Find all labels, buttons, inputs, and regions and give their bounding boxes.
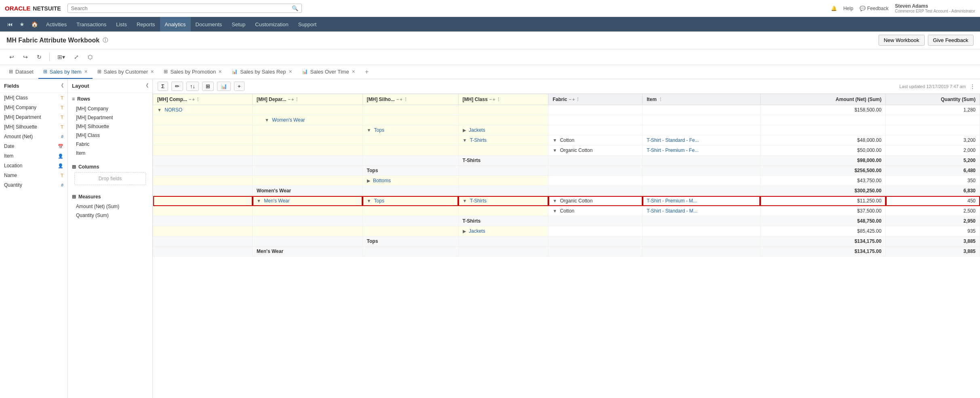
info-icon[interactable]: ⓘ (103, 37, 108, 44)
tab-sales-by-customer[interactable]: ⊞ Sales by Customer ✕ (93, 65, 159, 79)
sales-by-item-close-icon[interactable]: ✕ (84, 69, 88, 74)
expand-icon[interactable]: ▶ (463, 128, 466, 133)
notifications-icon[interactable]: 🔔 (831, 6, 837, 11)
layout-mh-silhouette[interactable]: [MH] Silhouette (72, 122, 148, 131)
col-mh-department-minus[interactable]: − (288, 97, 290, 102)
user-info[interactable]: Steven Adams Commerce ERP Test Account -… (895, 3, 975, 13)
dept-link[interactable]: Women's Wear (272, 117, 305, 123)
col-mh-company-plus[interactable]: + (192, 97, 194, 102)
col-mh-department-plus[interactable]: + (291, 97, 294, 102)
new-workbook-button[interactable]: New Workbook (879, 35, 925, 46)
layout-fabric[interactable]: Fabric (72, 140, 148, 149)
drop-fields-area[interactable]: Drop fields (74, 172, 146, 185)
search-bar[interactable]: 🔍 (67, 4, 302, 13)
measure-quantity[interactable]: Quantity (Sum) (72, 211, 148, 220)
layout-mh-company[interactable]: [MH] Company (72, 104, 148, 113)
chart-button[interactable]: 📊 (217, 82, 231, 91)
field-mh-class[interactable]: [MH] Class T (0, 93, 67, 103)
item-link[interactable]: T-Shirt - Standard - Fe... (647, 137, 699, 143)
col-mh-class-plus[interactable]: + (493, 97, 495, 102)
redo-button[interactable]: ↪ (20, 52, 31, 62)
col-mh-class-more[interactable]: ⋮ (496, 97, 501, 102)
layout-item[interactable]: Item (72, 149, 148, 158)
expand-icon[interactable]: ▼ (157, 107, 162, 112)
grid-view-button[interactable]: ⊞▾ (55, 52, 68, 62)
expand-icon[interactable]: ▶ (463, 229, 466, 234)
help-link[interactable]: Help (843, 6, 854, 11)
company-link[interactable]: NORSO (164, 107, 182, 113)
expand-icon[interactable]: ▼ (552, 138, 557, 143)
expand-icon[interactable]: ▶ (367, 178, 370, 183)
layout-mh-department[interactable]: [MH] Department (72, 113, 148, 122)
give-feedback-button[interactable]: Give Feedback (928, 35, 974, 46)
home-icon[interactable]: ⏮ (4, 21, 16, 27)
col-mh-silhouette-minus[interactable]: − (396, 97, 399, 102)
field-item[interactable]: Item 👤 (0, 151, 67, 161)
add-measure-button[interactable]: + (234, 82, 244, 91)
layout-mh-class[interactable]: [MH] Class (72, 131, 148, 140)
expand-icon[interactable]: ▼ (463, 138, 467, 143)
expand-icon[interactable]: ▼ (257, 118, 269, 122)
col-mh-silhouette-plus[interactable]: + (400, 97, 402, 102)
col-fabric-plus[interactable]: + (572, 97, 575, 102)
col-mh-company-minus[interactable]: − (189, 97, 191, 102)
item-link[interactable]: T-Shirt - Standard - M... (647, 208, 697, 214)
sales-by-customer-close-icon[interactable]: ✕ (150, 69, 154, 74)
more-options-button[interactable]: ⋮ (970, 83, 975, 89)
expand-icon[interactable]: ▼ (367, 128, 371, 133)
field-mh-department[interactable]: [MH] Department T (0, 112, 67, 122)
col-mh-company-more[interactable]: ⋮ (196, 97, 200, 102)
nav-activities[interactable]: Activities (41, 17, 72, 32)
nav-reports[interactable]: Reports (132, 17, 160, 32)
field-name[interactable]: Name T (0, 171, 67, 180)
sales-over-time-close-icon[interactable]: ✕ (352, 69, 355, 74)
sales-by-promotion-close-icon[interactable]: ✕ (218, 69, 222, 74)
star-icon[interactable]: ★ (16, 21, 28, 27)
undo-button[interactable]: ↩ (6, 52, 17, 62)
sales-by-sales-rep-close-icon[interactable]: ✕ (289, 69, 292, 74)
share-button[interactable]: ⤢ (71, 52, 82, 62)
expand-icon[interactable]: ▼ (552, 148, 557, 153)
tab-sales-over-time[interactable]: 📊 Sales Over Time ✕ (297, 65, 360, 79)
silhouette-link[interactable]: Bottoms (373, 178, 391, 183)
measure-amount-net[interactable]: Amount (Net) (Sum) (72, 202, 148, 211)
expand-icon[interactable]: ▼ (367, 198, 371, 203)
nav-customization[interactable]: Customization (250, 17, 293, 32)
field-quantity[interactable]: Quantity # (0, 180, 67, 190)
refresh-button[interactable]: ↻ (34, 52, 44, 62)
layout-collapse-button[interactable]: 《 (143, 82, 148, 89)
expand-icon[interactable]: ▼ (552, 198, 557, 203)
field-mh-silhouette[interactable]: [MH] Silhouette T (0, 122, 67, 132)
sort-button[interactable]: ↑↓ (186, 82, 199, 91)
nav-transactions[interactable]: Transactions (72, 17, 111, 32)
class-link[interactable]: Jackets (469, 228, 485, 234)
expand-icon[interactable]: ▼ (552, 208, 557, 213)
fields-collapse-button[interactable]: 《 (59, 82, 63, 89)
tab-sales-by-promotion[interactable]: ⊞ Sales by Promotion ✕ (159, 65, 227, 79)
tab-dataset[interactable]: ⊞ Dataset (4, 65, 38, 79)
nav-lists[interactable]: Lists (111, 17, 132, 32)
dept-link[interactable]: Men's Wear (264, 198, 289, 204)
silhouette-link[interactable]: Tops (374, 198, 384, 204)
col-mh-department-more[interactable]: ⋮ (295, 97, 299, 102)
house-icon[interactable]: 🏠 (28, 21, 41, 27)
col-mh-class-minus[interactable]: − (489, 97, 492, 102)
silhouette-link[interactable]: Tops (374, 127, 384, 133)
class-link[interactable]: T-Shirts (470, 137, 487, 143)
export-button[interactable]: ⬡ (85, 52, 95, 62)
search-input[interactable] (71, 5, 292, 11)
pivot-button[interactable]: ⊞ (202, 82, 214, 91)
edit-button[interactable]: ✏ (171, 82, 183, 91)
class-link[interactable]: T-Shirts (470, 198, 487, 204)
col-fabric-more[interactable]: ⋮ (575, 97, 580, 102)
add-tab-button[interactable]: + (360, 65, 373, 79)
field-date[interactable]: Date 📅 (0, 141, 67, 151)
col-mh-silhouette-more[interactable]: ⋮ (403, 97, 408, 102)
nav-analytics[interactable]: Analytics (160, 17, 191, 32)
feedback-link[interactable]: 💬 Feedback (860, 6, 888, 11)
col-fabric-minus[interactable]: − (569, 97, 571, 102)
tab-sales-by-item[interactable]: ⊞ Sales by Item ✕ (38, 65, 93, 79)
col-item-more[interactable]: ⋮ (658, 97, 663, 102)
field-mh-company[interactable]: [MH] Company T (0, 103, 67, 112)
nav-setup[interactable]: Setup (227, 17, 250, 32)
